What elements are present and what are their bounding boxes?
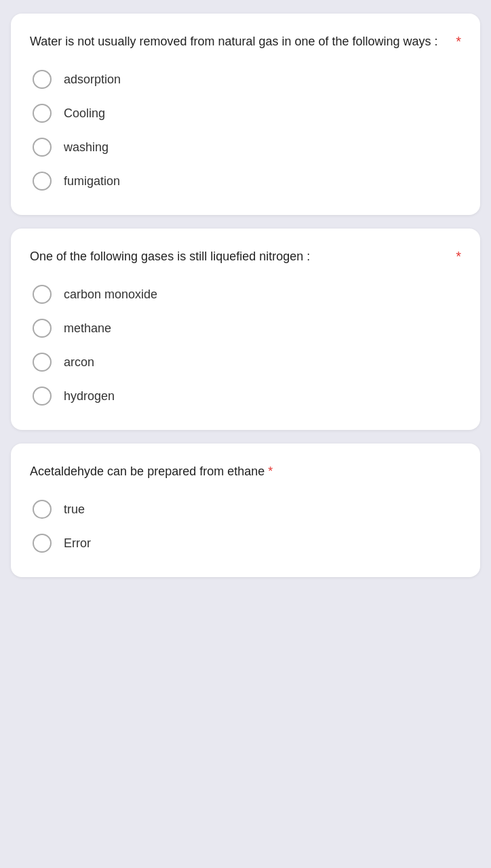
radio-q2-d[interactable] <box>33 387 52 406</box>
option-item-q1-c[interactable]: washing <box>33 138 461 157</box>
option-item-q1-a[interactable]: adsorption <box>33 70 461 89</box>
question-text-3: Acetaldehyde can be prepared from ethane… <box>30 462 461 481</box>
question-text-2: One of the following gases is still liqu… <box>30 248 450 266</box>
radio-q1-c[interactable] <box>33 138 52 157</box>
option-label-q3-a: true <box>64 502 85 517</box>
question-card-2: One of the following gases is still liqu… <box>11 229 480 430</box>
option-item-q2-b[interactable]: methane <box>33 319 461 338</box>
option-label-q1-d: fumigation <box>64 174 120 189</box>
option-item-q2-a[interactable]: carbon monoxide <box>33 285 461 304</box>
question-text-1: Water is not usually removed from natura… <box>30 33 450 51</box>
radio-q1-b[interactable] <box>33 104 52 123</box>
radio-q2-c[interactable] <box>33 353 52 372</box>
radio-q2-a[interactable] <box>33 285 52 304</box>
radio-q3-b[interactable] <box>33 534 52 553</box>
option-label-q2-a: carbon monoxide <box>64 288 157 302</box>
required-star-2: * <box>456 249 461 264</box>
option-item-q3-a[interactable]: true <box>33 500 461 519</box>
question-row-2: One of the following gases is still liqu… <box>30 248 461 266</box>
question-row-3: Acetaldehyde can be prepared from ethane… <box>30 462 461 481</box>
radio-q3-a[interactable] <box>33 500 52 519</box>
options-list-1: adsorption Cooling washing fumigation <box>30 70 461 191</box>
option-label-q1-a: adsorption <box>64 73 121 87</box>
option-label-q2-c: arcon <box>64 355 94 370</box>
option-item-q3-b[interactable]: Error <box>33 534 461 553</box>
options-list-2: carbon monoxide methane arcon hydrogen <box>30 285 461 406</box>
option-item-q1-d[interactable]: fumigation <box>33 172 461 191</box>
option-item-q1-b[interactable]: Cooling <box>33 104 461 123</box>
options-list-3: true Error <box>30 500 461 553</box>
option-item-q2-d[interactable]: hydrogen <box>33 387 461 406</box>
option-item-q2-c[interactable]: arcon <box>33 353 461 372</box>
required-star-3-inline: * <box>268 465 273 478</box>
option-label-q1-b: Cooling <box>64 106 105 121</box>
required-star-1: * <box>456 34 461 50</box>
option-label-q2-b: methane <box>64 321 111 336</box>
question-card-1: Water is not usually removed from natura… <box>11 14 480 215</box>
option-label-q1-c: washing <box>64 140 109 155</box>
radio-q1-a[interactable] <box>33 70 52 89</box>
question-card-3: Acetaldehyde can be prepared from ethane… <box>11 443 480 577</box>
radio-q2-b[interactable] <box>33 319 52 338</box>
option-label-q3-b: Error <box>64 536 91 551</box>
radio-q1-d[interactable] <box>33 172 52 191</box>
option-label-q2-d: hydrogen <box>64 389 115 403</box>
question-row-1: Water is not usually removed from natura… <box>30 33 461 51</box>
